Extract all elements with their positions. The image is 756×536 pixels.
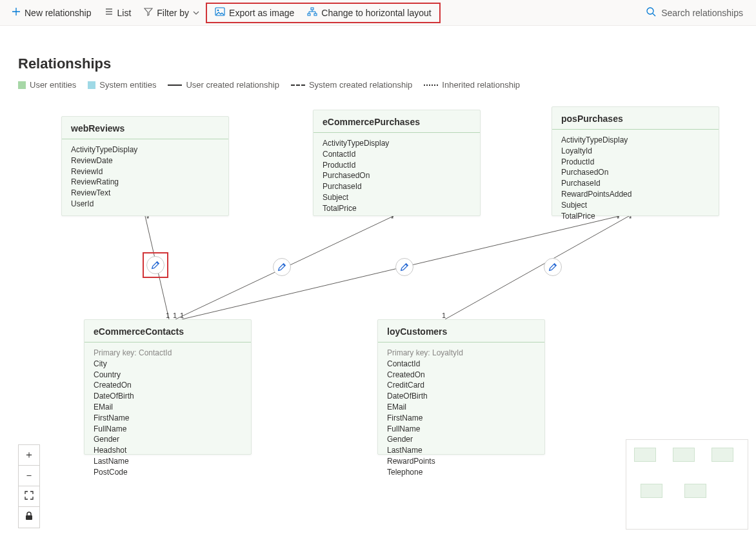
legend: User entities System entities User creat… [18,80,738,90]
entity-loy-customers[interactable]: loyCustomers Primary key: LoyaltyId Cont… [377,319,545,455]
minimap-box [673,448,695,462]
entity-field: CreditCard [387,380,535,391]
edit-relationship-button[interactable] [395,258,413,276]
page-header: Relationships User entities System entit… [0,26,756,90]
entity-field: ProductId [561,157,710,168]
filter-icon [144,7,153,18]
edit-relationship-button[interactable] [544,258,562,276]
image-icon [215,7,225,18]
entity-field: ContactId [323,149,471,160]
entity-field: ProductId [323,160,471,171]
edit-relationship-button[interactable] [146,256,164,274]
minimap-box [711,448,733,462]
entity-field: ReviewRating [71,177,219,188]
entity-field: ActivityTypeDisplay [71,144,219,155]
pencil-icon [400,263,409,272]
minimap[interactable] [626,439,748,530]
entity-field: Country [94,370,242,381]
search-relationships[interactable]: Search relationships [638,6,751,19]
pencil-icon [151,261,160,270]
entity-field: LastName [94,456,242,467]
svg-point-5 [647,8,653,14]
entity-fields: ActivityTypeDisplayReviewDateReviewIdRev… [62,139,228,216]
list-label: List [117,8,132,18]
chevron-down-icon [193,8,199,18]
system-entity-chip [88,81,95,89]
new-relationship-button[interactable]: New relationship [5,3,98,22]
entity-field: UserId [71,199,219,210]
entity-field: LoyaltyId [561,146,710,157]
entity-web-reviews[interactable]: webReviews ActivityTypeDisplayReviewDate… [61,116,229,216]
svg-rect-4 [314,14,317,15]
legend-system-rel: System created relationship [291,80,412,90]
toolbar: New relationship List Filter by Export a… [0,0,756,26]
entity-field: City [94,359,242,370]
svg-rect-3 [308,14,310,15]
entity-field: ContactId [387,359,535,370]
lock-icon [25,511,33,523]
entity-title: eCommerceContacts [85,320,251,342]
search-placeholder: Search relationships [661,8,743,18]
legend-user-entities: User entities [18,80,76,90]
entity-field: ActivityTypeDisplay [561,135,710,146]
cardinality-one: 1 [180,312,184,319]
dashed-line-icon [291,84,305,86]
plus-icon [12,7,21,18]
cardinality-one: 1 [173,312,177,319]
entity-ecommerce-contacts[interactable]: eCommerceContacts Primary key: ContactId… [84,319,252,455]
search-icon [646,6,656,19]
entity-field: Subject [323,192,471,203]
entity-field: Subject [561,200,710,211]
entity-fields: ActivityTypeDisplayLoyaltyIdProductIdPur… [552,130,719,228]
list-icon [104,7,114,18]
change-layout-button[interactable]: Change to horizontal layout [301,3,437,22]
minus-icon: － [24,469,34,482]
list-button[interactable]: List [98,3,138,22]
edit-relationship-button[interactable] [273,258,291,276]
entity-field: CreatedOn [387,370,535,381]
zoom-out-button[interactable]: － [19,466,39,486]
zoom-in-button[interactable]: ＋ [19,445,39,466]
entity-field: RewardPointsAdded [561,189,710,200]
entity-field: PostCode [94,467,242,478]
entity-field: FullName [387,424,535,435]
entity-field: Telephone [387,467,535,478]
fit-screen-button[interactable] [19,486,39,507]
entity-field: ActivityTypeDisplay [323,138,471,149]
entity-ecommerce-purchases[interactable]: eCommercePurchases ActivityTypeDisplayCo… [313,110,481,216]
entity-field: EMail [387,402,535,413]
entity-field: Gender [94,434,242,445]
entity-pos-purchases[interactable]: posPurchases ActivityTypeDisplayLoyaltyI… [552,106,719,216]
entity-field: RewardPoints [387,456,535,467]
entity-field: PurchasedOn [323,170,471,181]
export-image-button[interactable]: Export as image [208,3,301,22]
entity-fields: Primary key: ContactId CityCountryCreate… [85,342,251,484]
entity-field: ReviewText [71,188,219,199]
entity-field: ReviewId [71,166,219,177]
page-title: Relationships [18,55,738,72]
entity-field: DateOfBirth [94,391,242,402]
entity-title: webReviews [62,117,228,139]
entity-field: Headshot [94,445,242,456]
plus-icon: ＋ [24,448,34,462]
entity-field: DateOfBirth [387,391,535,402]
hierarchy-icon [307,7,317,18]
cardinality-one: 1 [166,312,170,319]
filter-by-button[interactable]: Filter by [137,3,206,22]
lock-button[interactable] [19,507,39,528]
fullscreen-icon [25,491,34,502]
entity-title: eCommercePurchases [313,110,480,133]
diagram-canvas[interactable]: * * * * 1 1 1 1 webReviews ActivityTypeD… [0,103,756,536]
entity-field: TotalPrice [323,203,471,214]
zoom-controls: ＋ － [18,444,40,528]
entity-field: Gender [387,434,535,445]
export-image-label: Export as image [229,8,294,18]
entity-field: FirstName [387,413,535,424]
entity-field: PurchaseId [323,181,471,192]
entity-fields: ActivityTypeDisplayContactIdProductIdPur… [313,133,480,221]
primary-key: Primary key: ContactId [94,348,242,359]
entity-field: CreatedOn [94,380,242,391]
entity-title: loyCustomers [378,320,544,342]
entity-fields: Primary key: LoyaltyId ContactIdCreatedO… [378,342,544,484]
solid-line-icon [168,84,182,86]
